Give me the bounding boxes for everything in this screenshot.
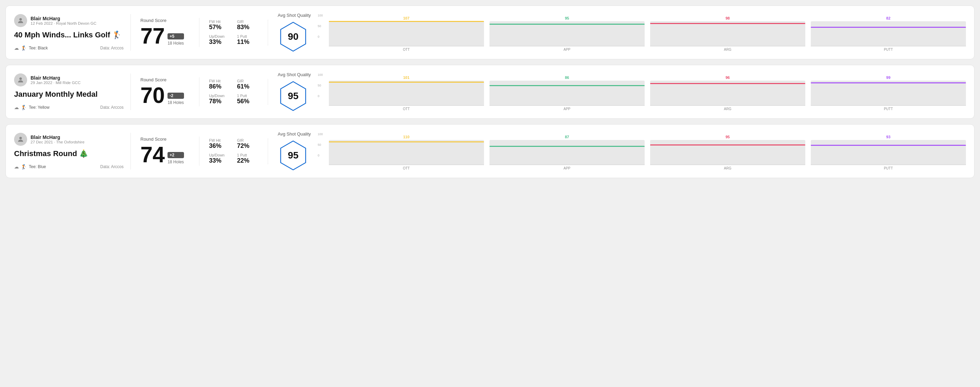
- bar-line: [811, 82, 966, 83]
- y-label-50: 50: [318, 24, 323, 28]
- quality-score: 95: [288, 150, 298, 161]
- data-source: Data: Arccos: [100, 105, 124, 110]
- bar-value-app: 95: [565, 16, 569, 20]
- bar-line: [329, 141, 484, 143]
- bar-x-label: PUTT: [884, 167, 893, 170]
- round-card: Blair McHarg 27 Dec 2021 · The Oxfordshi…: [5, 124, 975, 178]
- bag-icon: 🏌: [21, 45, 27, 51]
- bar-line: [490, 85, 644, 86]
- user-info: Blair McHarg 12 Feb 2022 · Royal North D…: [30, 16, 97, 25]
- bar-x-label: OTT: [403, 107, 410, 111]
- score-number: 77: [140, 25, 165, 47]
- y-label-0: 0: [318, 94, 323, 98]
- bar-value-arg: 98: [725, 16, 730, 20]
- updown-stat: Up/Down 33%: [209, 153, 230, 164]
- oneputt-value: 11%: [237, 38, 258, 46]
- score-modifier: +5: [167, 33, 184, 40]
- chart-col-ott: 101 OTT: [329, 76, 484, 111]
- bar-fill-bg: [329, 142, 484, 165]
- fw-hit-value: 86%: [209, 83, 230, 90]
- bar-wrapper-putt: [811, 21, 966, 46]
- bar-fill-bg: [650, 84, 805, 105]
- oneputt-stat: 1 Putt 22%: [237, 153, 258, 164]
- bar-value-ott: 107: [403, 16, 409, 20]
- score-section: Round Score 70 -2 18 Holes: [131, 77, 199, 106]
- tee-info: ☁ 🏌 Tee: Yellow: [14, 105, 49, 110]
- score-badge-col: +5 18 Holes: [167, 33, 184, 46]
- score-row: 70 -2 18 Holes: [140, 84, 189, 106]
- data-source: Data: Arccos: [100, 46, 124, 51]
- bar-fill-bg: [811, 146, 966, 165]
- bar-axis: [811, 105, 966, 106]
- oneputt-label: 1 Putt: [237, 94, 258, 98]
- bag-icon: 🏌: [21, 164, 27, 170]
- user-row: Blair McHarg 12 Feb 2022 · Royal North D…: [14, 14, 124, 27]
- card-footer: ☁ 🏌 Tee: Blue Data: Arccos: [14, 164, 124, 170]
- bar-axis: [811, 46, 966, 46]
- card-left-section: Blair McHarg 29 Jan 2022 · Mill Ride GCC…: [14, 73, 131, 110]
- bar-wrapper-ott: [329, 81, 484, 105]
- user-row: Blair McHarg 27 Dec 2021 · The Oxfordshi…: [14, 133, 124, 146]
- round-title: Christmas Round 🎄: [14, 149, 124, 158]
- score-number: 70: [140, 84, 165, 106]
- person-icon: [17, 135, 24, 143]
- round-title: January Monthly Medal: [14, 90, 124, 99]
- fw-hit-stat: FW Hit 36%: [209, 138, 230, 149]
- gir-label: GIR: [237, 79, 258, 83]
- bar-wrapper-arg: [650, 21, 805, 46]
- score-label: Round Score: [140, 77, 189, 82]
- updown-stat: Up/Down 78%: [209, 94, 230, 105]
- bar-wrapper-ott: [329, 21, 484, 46]
- avatar: [14, 73, 27, 86]
- date-course: 12 Feb 2022 · Royal North Devon GC: [30, 21, 97, 25]
- gir-label: GIR: [237, 138, 258, 143]
- bar-value-arg: 96: [725, 76, 730, 79]
- y-label-100: 100: [318, 132, 323, 136]
- updown-value: 33%: [209, 38, 230, 46]
- bar-fill-bg: [490, 146, 644, 164]
- bar-axis: [490, 46, 644, 46]
- round-card: Blair McHarg 29 Jan 2022 · Mill Ride GCC…: [5, 65, 975, 119]
- bar-axis: [650, 46, 805, 46]
- updown-value: 33%: [209, 157, 230, 164]
- updown-stat: Up/Down 33%: [209, 34, 230, 46]
- bar-value-putt: 93: [886, 135, 891, 139]
- chart-area: 107 OTT 95 APP 98: [329, 14, 966, 51]
- bar-wrapper-putt: [811, 140, 966, 165]
- chart-col-putt: 93 PUTT: [811, 135, 966, 170]
- bar-x-label: ARG: [724, 167, 732, 170]
- bar-axis: [490, 105, 644, 106]
- quality-hex-container: Avg Shot Quality 95: [278, 72, 311, 111]
- bar-value-putt: 99: [886, 76, 891, 79]
- bar-wrapper-app: [490, 81, 644, 105]
- oneputt-label: 1 Putt: [237, 34, 258, 38]
- bar-fill-bg: [650, 145, 805, 165]
- chart-wrapper: 100 50 0 107 OTT 95: [318, 14, 966, 51]
- quality-section: Avg Shot Quality 90 100 50 0 107: [268, 13, 966, 52]
- bar-fill-bg: [490, 24, 644, 46]
- bar-line: [329, 82, 484, 82]
- avatar: [14, 14, 27, 27]
- score-row: 77 +5 18 Holes: [140, 25, 189, 47]
- oneputt-stat: 1 Putt 11%: [237, 34, 258, 46]
- y-label-0: 0: [318, 154, 323, 157]
- fw-hit-value: 36%: [209, 143, 230, 149]
- bar-chart: 100 50 0 107 OTT 95: [318, 14, 966, 51]
- user-info: Blair McHarg 29 Jan 2022 · Mill Ride GCC: [30, 75, 81, 85]
- user-row: Blair McHarg 29 Jan 2022 · Mill Ride GCC: [14, 73, 124, 86]
- oneputt-stat: 1 Putt 56%: [237, 94, 258, 105]
- weather-icon: ☁: [14, 45, 19, 51]
- fw-hit-label: FW Hit: [209, 138, 230, 143]
- chart-col-ott: 110 OTT: [329, 135, 484, 170]
- gir-label: GIR: [237, 19, 258, 24]
- bar-x-label: APP: [564, 107, 571, 111]
- bar-line: [490, 24, 644, 25]
- quality-hex-container: Avg Shot Quality 95: [278, 132, 311, 171]
- bar-wrapper-arg: [650, 140, 805, 165]
- bar-axis: [650, 165, 805, 165]
- bar-wrapper-app: [490, 21, 644, 46]
- bar-line: [490, 146, 644, 147]
- date-course: 27 Dec 2021 · The Oxfordshire: [30, 140, 84, 144]
- chart-col-ott: 107 OTT: [329, 16, 484, 51]
- svg-point-1: [19, 78, 22, 80]
